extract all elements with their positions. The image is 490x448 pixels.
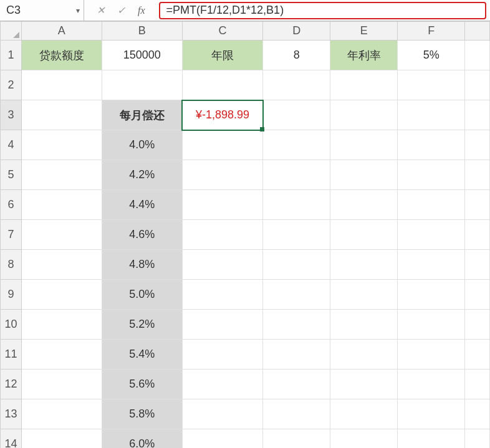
- name-box[interactable]: C3 ▾: [0, 0, 84, 21]
- cell-C5[interactable]: [182, 160, 263, 190]
- formula-input[interactable]: =PMT(F1/12,D1*12,B1): [159, 2, 486, 19]
- cell-F2[interactable]: [398, 70, 465, 100]
- row-header-9[interactable]: 9: [1, 280, 22, 310]
- cell-F7[interactable]: [398, 220, 465, 250]
- cell-G4[interactable]: [465, 130, 490, 160]
- cell-B7[interactable]: 4.6%: [102, 220, 182, 250]
- cell-G2[interactable]: [465, 70, 490, 100]
- cell-D8[interactable]: [263, 250, 330, 280]
- row-header-8[interactable]: 8: [1, 250, 22, 280]
- cell-G9[interactable]: [465, 280, 490, 310]
- cell-C8[interactable]: [182, 250, 263, 280]
- cell-D6[interactable]: [263, 190, 330, 220]
- cell-E6[interactable]: [330, 190, 398, 220]
- row-header-12[interactable]: 12: [1, 369, 22, 399]
- col-header-D[interactable]: D: [263, 22, 330, 41]
- cell-D12[interactable]: [263, 369, 330, 399]
- cell-G6[interactable]: [465, 190, 490, 220]
- cell-F11[interactable]: [398, 340, 465, 369]
- cell-B4[interactable]: 4.0%: [102, 130, 182, 160]
- fx-icon[interactable]: fx: [138, 5, 145, 16]
- col-header-A[interactable]: A: [21, 22, 102, 41]
- cell-F14[interactable]: [398, 429, 465, 449]
- cell-G13[interactable]: [465, 399, 490, 429]
- cell-A14[interactable]: [21, 429, 102, 449]
- cell-F5[interactable]: [398, 160, 465, 190]
- cell-E11[interactable]: [330, 340, 398, 369]
- row-header-10[interactable]: 10: [1, 310, 22, 340]
- cell-D7[interactable]: [263, 220, 330, 250]
- cell-A7[interactable]: [21, 220, 102, 250]
- cell-A2[interactable]: [21, 70, 102, 100]
- cell-F1[interactable]: 5%: [398, 41, 465, 70]
- col-header-F[interactable]: F: [398, 22, 465, 41]
- cell-B14[interactable]: 6.0%: [102, 429, 182, 449]
- cell-C10[interactable]: [182, 310, 263, 340]
- cell-B3[interactable]: 每月偿还: [102, 100, 182, 130]
- cell-F12[interactable]: [398, 369, 465, 399]
- cell-E2[interactable]: [330, 70, 398, 100]
- cell-F3[interactable]: [398, 100, 465, 130]
- cell-F8[interactable]: [398, 250, 465, 280]
- cell-A8[interactable]: [21, 250, 102, 280]
- cell-A10[interactable]: [21, 310, 102, 340]
- cell-A3[interactable]: [21, 100, 102, 130]
- cell-D3[interactable]: [263, 100, 330, 130]
- cell-E8[interactable]: [330, 250, 398, 280]
- cell-D11[interactable]: [263, 340, 330, 369]
- row-header-5[interactable]: 5: [1, 160, 22, 190]
- cell-A13[interactable]: [21, 399, 102, 429]
- cell-C7[interactable]: [182, 220, 263, 250]
- cell-D9[interactable]: [263, 280, 330, 310]
- cell-A11[interactable]: [21, 340, 102, 369]
- col-header-E[interactable]: E: [330, 22, 398, 41]
- cell-D5[interactable]: [263, 160, 330, 190]
- cell-D2[interactable]: [263, 70, 330, 100]
- cell-F4[interactable]: [398, 130, 465, 160]
- cell-C3-selected[interactable]: ¥-1,898.99: [182, 100, 263, 130]
- cell-C13[interactable]: [182, 399, 263, 429]
- cell-E9[interactable]: [330, 280, 398, 310]
- cell-B10[interactable]: 5.2%: [102, 310, 182, 340]
- cancel-icon[interactable]: ✕: [97, 4, 105, 16]
- cell-G1[interactable]: [465, 41, 490, 70]
- row-header-14[interactable]: 14: [1, 429, 22, 449]
- cell-G8[interactable]: [465, 250, 490, 280]
- row-header-4[interactable]: 4: [1, 130, 22, 160]
- cell-G11[interactable]: [465, 340, 490, 369]
- col-header-B[interactable]: B: [102, 22, 182, 41]
- cell-E10[interactable]: [330, 310, 398, 340]
- cell-G12[interactable]: [465, 369, 490, 399]
- cell-C6[interactable]: [182, 190, 263, 220]
- cell-G10[interactable]: [465, 310, 490, 340]
- select-all-corner[interactable]: [1, 22, 22, 41]
- cell-E13[interactable]: [330, 399, 398, 429]
- cell-C9[interactable]: [182, 280, 263, 310]
- spreadsheet-grid[interactable]: A B C D E F 1 贷款额度 150000 年限 8 年利率 5% 2 …: [0, 21, 490, 448]
- cell-B5[interactable]: 4.2%: [102, 160, 182, 190]
- cell-E4[interactable]: [330, 130, 398, 160]
- cell-F6[interactable]: [398, 190, 465, 220]
- cell-B2[interactable]: [102, 70, 182, 100]
- cell-B12[interactable]: 5.6%: [102, 369, 182, 399]
- cell-F9[interactable]: [398, 280, 465, 310]
- col-header-G[interactable]: [465, 22, 490, 41]
- row-header-6[interactable]: 6: [1, 190, 22, 220]
- cell-B8[interactable]: 4.8%: [102, 250, 182, 280]
- cell-A6[interactable]: [21, 190, 102, 220]
- cell-C12[interactable]: [182, 369, 263, 399]
- row-header-2[interactable]: 2: [1, 70, 22, 100]
- cell-A9[interactable]: [21, 280, 102, 310]
- cell-D14[interactable]: [263, 429, 330, 449]
- cell-B1[interactable]: 150000: [102, 41, 182, 70]
- cell-G3[interactable]: [465, 100, 490, 130]
- cell-B6[interactable]: 4.4%: [102, 190, 182, 220]
- cell-E1[interactable]: 年利率: [330, 41, 398, 70]
- cell-C2[interactable]: [182, 70, 263, 100]
- cell-D4[interactable]: [263, 130, 330, 160]
- cell-D13[interactable]: [263, 399, 330, 429]
- cell-F13[interactable]: [398, 399, 465, 429]
- row-header-1[interactable]: 1: [1, 41, 22, 70]
- col-header-C[interactable]: C: [182, 22, 263, 41]
- cell-E5[interactable]: [330, 160, 398, 190]
